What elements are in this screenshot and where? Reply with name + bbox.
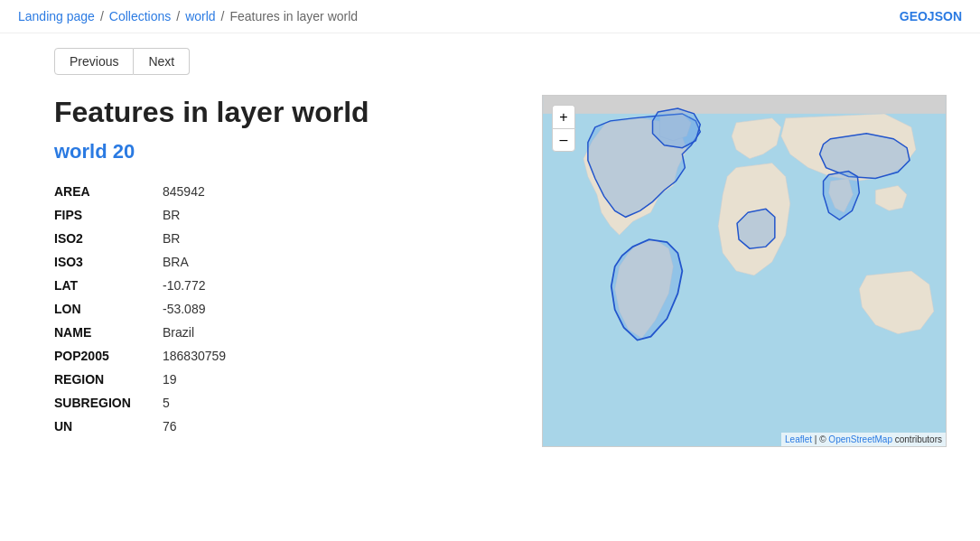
property-key: POP2005 <box>54 344 163 368</box>
map-controls: + – <box>552 105 575 152</box>
breadcrumb-current: Features in layer world <box>230 9 359 23</box>
property-value: -53.089 <box>163 297 506 321</box>
property-key: ISO2 <box>54 227 163 250</box>
svg-rect-1 <box>543 96 946 114</box>
zoom-out-button[interactable]: – <box>552 128 575 152</box>
map-container: + – <box>542 95 947 447</box>
breadcrumb-sep-1: / <box>100 9 104 23</box>
attribution-separator: | © <box>815 434 829 444</box>
table-row: ISO3BRA <box>54 250 506 274</box>
property-value: BRA <box>163 250 506 274</box>
property-key: REGION <box>54 368 163 391</box>
property-key: LAT <box>54 274 163 297</box>
table-row: AREA845942 <box>54 180 506 203</box>
map-panel: + – <box>542 95 939 447</box>
attribution-contributors: contributors <box>895 434 942 444</box>
zoom-in-button[interactable]: + <box>552 105 575 128</box>
previous-button[interactable]: Previous <box>54 48 134 75</box>
table-row: LAT-10.772 <box>54 274 506 297</box>
osm-link[interactable]: OpenStreetMap <box>828 434 892 444</box>
feature-title: Features in layer world <box>54 95 506 129</box>
property-value: 19 <box>163 368 506 391</box>
property-value: 845942 <box>163 180 506 203</box>
next-button[interactable]: Next <box>134 48 190 75</box>
main-content: Features in layer world world 20 AREA845… <box>0 86 980 465</box>
breadcrumb-world[interactable]: world <box>185 9 215 23</box>
pagination: Previous Next <box>0 33 980 86</box>
table-row: REGION19 <box>54 368 506 391</box>
breadcrumb-collections[interactable]: Collections <box>109 9 171 23</box>
property-key: FIPS <box>54 203 163 227</box>
table-row: LON-53.089 <box>54 297 506 321</box>
property-value: 186830759 <box>163 344 506 368</box>
left-panel: Features in layer world world 20 AREA845… <box>54 95 506 447</box>
table-row: SUBREGION5 <box>54 391 506 415</box>
table-row: ISO2BR <box>54 227 506 250</box>
table-row: UN76 <box>54 415 506 438</box>
breadcrumb: Landing page / Collections / world / Fea… <box>0 0 980 33</box>
property-value: 5 <box>163 391 506 415</box>
property-key: UN <box>54 415 163 438</box>
property-key: ISO3 <box>54 250 163 274</box>
breadcrumb-landing-page[interactable]: Landing page <box>18 9 95 23</box>
table-row: NAMEBrazil <box>54 321 506 344</box>
geojson-link[interactable]: GEOJSON <box>900 9 962 23</box>
feature-subtitle: world 20 <box>54 140 506 163</box>
property-key: NAME <box>54 321 163 344</box>
properties-table: AREA845942FIPSBRISO2BRISO3BRALAT-10.772L… <box>54 180 506 438</box>
map-svg <box>543 96 946 446</box>
breadcrumb-sep-2: / <box>176 9 180 23</box>
property-value: 76 <box>163 415 506 438</box>
property-value: Brazil <box>163 321 506 344</box>
property-key: SUBREGION <box>54 391 163 415</box>
leaflet-link[interactable]: Leaflet <box>785 434 812 444</box>
table-row: POP2005186830759 <box>54 344 506 368</box>
table-row: FIPSBR <box>54 203 506 227</box>
property-value: -10.772 <box>163 274 506 297</box>
property-key: AREA <box>54 180 163 203</box>
property-key: LON <box>54 297 163 321</box>
map-attribution: Leaflet | © OpenStreetMap contributors <box>781 433 946 446</box>
breadcrumb-sep-3: / <box>221 9 225 23</box>
property-value: BR <box>163 203 506 227</box>
property-value: BR <box>163 227 506 250</box>
